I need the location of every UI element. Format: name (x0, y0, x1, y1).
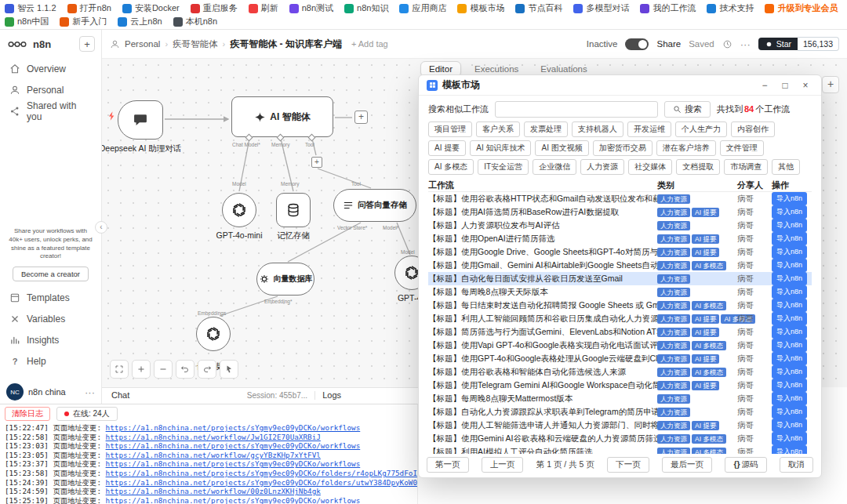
interaction-mode-button[interactable] (220, 360, 238, 379)
bookmark[interactable]: 升级到专业会员 (765, 2, 838, 14)
import-n8n-button[interactable]: 导入n8n (772, 272, 807, 285)
user-menu-dots[interactable]: ··· (85, 386, 95, 398)
table-row[interactable]: 【标题】利用人工智能回顾简历和谷歌日历集成自动化人力资源流程 人力资源AI 提要… (428, 312, 812, 325)
table-row[interactable]: 【标题】简历筛选与行为面试Gemini、ElevenLabs和Notion AT… (428, 325, 812, 339)
category-chip[interactable]: 企业微信 (533, 159, 576, 175)
bookmark[interactable]: 节点百科 (515, 2, 562, 14)
prev-page-button[interactable]: 上一页 (482, 457, 524, 473)
zoom-to-fit-button[interactable] (110, 360, 129, 379)
become-creator-button[interactable]: Become a creator (13, 267, 89, 281)
table-row[interactable]: 【标题】自动化人力资源跟踪从求职表单到Telegram的简历申请处理流程 人力资… (428, 405, 812, 419)
close-button[interactable]: × (798, 80, 813, 91)
next-page-button[interactable]: 下一页 (607, 457, 649, 473)
table-row[interactable]: 【标题】人力资源职位发布与AI评估 人力资源 病哥 导入n8n (428, 219, 812, 232)
chat-trigger-node[interactable] (118, 100, 163, 140)
clear-logs-button[interactable]: 清除日志 (5, 407, 50, 421)
category-chip[interactable]: 个人生产力 (675, 121, 727, 137)
bookmark[interactable]: 应用商店 (399, 2, 446, 14)
add-tag-button[interactable]: + Add tag (351, 39, 388, 49)
canvas-add-button[interactable]: + (822, 76, 839, 93)
category-chip[interactable]: AI 图文视频 (535, 140, 588, 156)
last-page-button[interactable]: 最后一页 (662, 457, 712, 473)
table-row[interactable]: 【标题】使用Telegram Gemini AI和Google Workspac… (428, 379, 812, 392)
category-chip[interactable]: 开发运维 (627, 121, 671, 137)
bookmark[interactable]: 技术支持 (707, 2, 754, 14)
bookmark[interactable]: n8n测试 (289, 2, 333, 14)
sidebar-item-help[interactable]: ? Help (0, 350, 101, 372)
add-node-button[interactable]: + (354, 111, 368, 124)
share-button[interactable]: Share (656, 39, 681, 49)
log-url-link[interactable]: https://a1.n8nchina.net/projects/sYgmy9e… (106, 441, 361, 450)
category-chip[interactable]: 项目管理 (428, 121, 472, 137)
import-n8n-button[interactable]: 导入n8n (772, 312, 807, 325)
category-chip[interactable]: 文档提取 (676, 159, 720, 175)
import-n8n-button[interactable]: 导入n8n (772, 245, 807, 259)
import-n8n-button[interactable]: 导入n8n (772, 365, 807, 379)
table-row[interactable]: 【标题】使用OpenAI进行简历筛选 人力资源AI 提要 病哥 导入n8n (428, 232, 812, 245)
active-toggle[interactable] (625, 38, 649, 50)
category-chip[interactable]: 内容创作 (731, 121, 775, 137)
table-row[interactable]: 【标题】每日结束时发送自动化招聘简报 Google Sheets 或 Gmail… (428, 299, 812, 312)
category-chip[interactable]: AI 多模态 (428, 159, 474, 175)
bookmark[interactable]: 云上n8n (118, 16, 162, 27)
history-button[interactable] (722, 39, 732, 49)
log-url-link[interactable]: https://a1.n8nchina.net/workflow/00z0Lnz… (106, 487, 321, 495)
embeddings-node[interactable] (196, 317, 231, 351)
github-star-widget[interactable]: Star 156,133 (758, 37, 839, 51)
new-workflow-button[interactable]: + (79, 36, 95, 52)
log-url-link[interactable]: https://a1.n8nchina.net/projects/sYgmy9e… (106, 496, 361, 504)
category-chip[interactable]: 文件管理 (720, 140, 764, 156)
import-n8n-button[interactable]: 导入n8n (772, 352, 807, 365)
sidebar-item-overview[interactable]: Overview (0, 58, 101, 79)
table-row[interactable]: 【标题】使用Vapi GPT-4o和Google表格实现自动化电话面试评估 人力… (428, 339, 812, 352)
import-n8n-button[interactable]: 导入n8n (772, 232, 807, 245)
table-row[interactable]: 【标题】每周晚8点聊天天际版本 人力资源 病哥 导入n8n (428, 285, 812, 299)
undo-button[interactable] (176, 360, 194, 379)
github-star-button[interactable]: Star (758, 38, 798, 50)
bookmark[interactable]: n8n知识 (344, 2, 388, 14)
bookmark[interactable]: 我的工作流 (640, 2, 696, 14)
sidebar-item-insights[interactable]: Insights (0, 329, 101, 350)
import-n8n-button[interactable]: 导入n8n (772, 205, 807, 219)
sidebar-item-templates[interactable]: Templates (0, 287, 101, 308)
bookmark[interactable]: n8n中国 (5, 16, 49, 27)
bookmark[interactable]: 多模型对话 (573, 2, 629, 14)
qa-vector-store-node[interactable]: 问答向量存储 (333, 189, 416, 222)
table-row[interactable]: 【标题】使用Google Drive、Google Sheets和GPT-4o对… (428, 245, 812, 259)
sidebar-item-shared[interactable]: Shared with you (0, 100, 101, 121)
import-n8n-button[interactable]: 导入n8n (772, 192, 807, 205)
table-row[interactable]: 【标题】使用Gmail、Gemini AI和Airtable到Google Sh… (428, 259, 812, 272)
table-row[interactable]: 【标题】自动化每日面试安排从谷歌日历发送至Gmail 人力资源 病哥 导入n8n (428, 272, 812, 285)
log-url-link[interactable]: https://a1.n8nchina.net/workflow/gcyYBzK… (106, 451, 321, 459)
category-chip[interactable]: AI 提要 (428, 140, 466, 156)
category-chip[interactable]: 潜在客户培养 (656, 140, 716, 156)
category-chip[interactable]: 加密货币交易 (593, 140, 653, 156)
import-n8n-button[interactable]: 导入n8n (772, 325, 807, 339)
first-page-button[interactable]: 第一页 (427, 457, 469, 473)
category-chip[interactable]: 社交媒体 (628, 159, 672, 175)
category-chip[interactable]: 发票处理 (524, 121, 568, 137)
log-url-link[interactable]: https://a1.n8nchina.net/projects/sYgmy9e… (106, 478, 418, 487)
zoom-in-button[interactable] (132, 360, 151, 379)
import-n8n-button[interactable]: 导入n8n (772, 259, 807, 272)
category-chip[interactable]: 人力资源 (580, 159, 624, 175)
import-n8n-button[interactable]: 导入n8n (772, 432, 807, 445)
workflow-title[interactable]: 疾哥智能体 - 知识库客户端 (230, 38, 342, 51)
bookmark[interactable]: 智云 1.1.2 (5, 2, 56, 14)
sidebar-collapse-button[interactable]: ‹ (95, 221, 107, 234)
table-row[interactable]: 【标题】每周晚8点聊天Mattermost版本 人力资源 病哥 导入n8n (428, 392, 812, 405)
table-row[interactable]: 【标题】使用谷歌表格HTTP状态和Gmail自动发送职位发布和薪酬信息 人力资源… (428, 192, 812, 205)
vector-db-node[interactable]: 向量数据库 (256, 263, 314, 296)
zoom-out-button[interactable] (154, 360, 173, 379)
sidebar-item-personal[interactable]: Personal (0, 79, 101, 100)
source-code-button[interactable]: {}源码 (725, 457, 766, 473)
import-n8n-button[interactable]: 导入n8n (772, 392, 807, 405)
chat-model-node[interactable] (222, 193, 256, 227)
breadcrumb-folder[interactable]: 疾哥智能体 (173, 38, 218, 50)
ai-agent-node[interactable]: AI 智能体 (231, 96, 333, 137)
category-chip[interactable]: 客户关系 (476, 121, 520, 137)
table-row[interactable]: 【标题】使用GPT-4o和Google表格处理从Google云端硬盘到Click… (428, 352, 812, 365)
add-tool-button[interactable]: + (311, 157, 322, 168)
minimize-button[interactable]: − (757, 80, 772, 91)
bookmark[interactable]: 本机n8n (173, 16, 217, 27)
